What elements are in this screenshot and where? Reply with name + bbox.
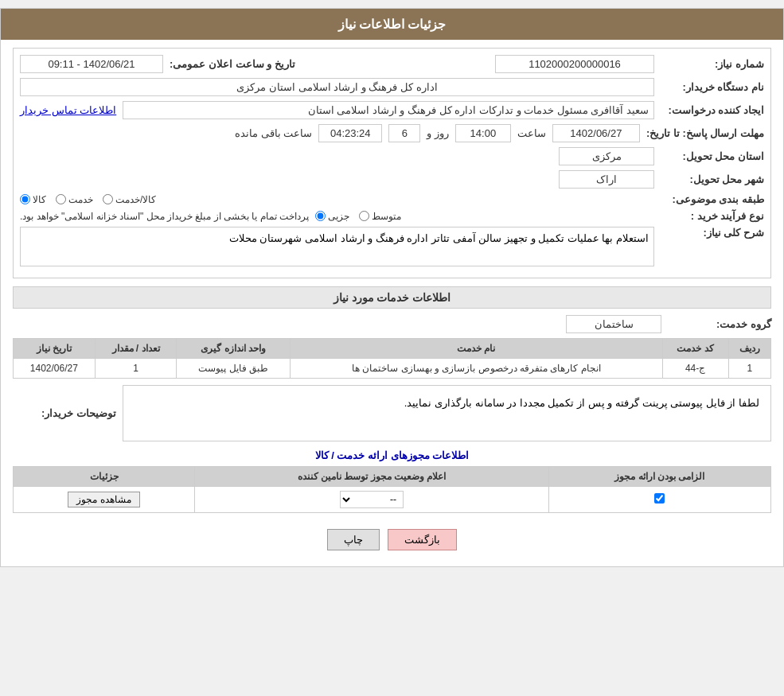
kala-khedmat-radio[interactable] [103,194,113,204]
tarikh-value: 1402/06/21 - 09:11 [20,55,163,73]
col-kod: کد خدمت [662,339,728,359]
tabaqe-label: طبقه بندی موضوعی: [661,193,764,205]
kala-radio[interactable] [20,194,30,204]
back-button[interactable]: بازگشت [388,529,457,550]
saat-label: ساعت [517,127,546,139]
page-title: جزئیات اطلاعات نیاز [1,9,783,40]
mottavasset-label: متوسط [372,211,401,222]
eelam-select[interactable]: -- [340,491,404,508]
sharh-label: شرح کلی نیاز: [661,227,764,239]
shahr-label: شهر محل تحویل: [661,173,764,185]
cell-nam: انجام کارهای متفرقه درخصوص بازسازی و بهس… [290,359,662,379]
contact-link[interactable]: اطلاعات تماس خریدار [20,104,116,116]
tarikh-label: تاریخ و ساعت اعلان عمومی: [170,58,295,70]
col-vahed: واحد اندازه گیری [177,339,291,359]
mottavasset-radio[interactable] [359,211,369,221]
mohlat-date: 1402/06/27 [552,124,640,142]
view-license-button[interactable]: مشاهده مجوز [68,492,139,507]
mohlat-roz: 6 [388,124,420,142]
kala-label: کالا [33,194,46,205]
ijad-label: ایجاد کننده درخواست: [661,104,764,116]
elzami-checkbox[interactable] [654,493,665,504]
cell-radif: 1 [728,359,770,379]
services-section-title: اطلاعات خدمات مورد نیاز [13,286,771,309]
lic-col-elzami: الزامی بودن ارائه مجوز [548,467,770,487]
kala-khedmat-label: کالا/خدمت [115,194,156,205]
print-button[interactable]: چاپ [327,529,380,550]
nam-dastgah-label: نام دستگاه خریدار: [661,81,764,93]
list-item: -- مشاهده مجوز [14,487,771,513]
licenses-table: الزامی بودن ارائه مجوز اعلام وضعیت مجوز … [13,466,771,513]
nav-radio-group: متوسط جزیی [315,211,654,222]
cell-tedad: 1 [95,359,177,379]
license-title: اطلاعات مجوزهای ارائه خدمت / کالا [13,449,771,461]
group-label: گروه خدمت: [668,318,771,330]
mohlat-label: مهلت ارسال پاسخ: تا تاریخ: [646,127,764,139]
cell-vahed: طبق فایل پیوست [177,359,291,379]
ostan-label: استان محل تحویل: [661,150,764,162]
remaining-label: ساعت باقی مانده [235,127,312,139]
shomara-value: 1102000200000016 [495,55,654,73]
col-tarikh: تاریخ نیاز [14,339,96,359]
col-radif: ردیف [728,339,770,359]
lic-col-joziyat: جزئیات [14,467,195,487]
mohlat-time: 04:23:24 [318,124,382,142]
roz-label: روز و [427,127,449,139]
buyer-desc-textarea[interactable] [130,392,764,432]
ijad-value: سعید آقاافری مسئول خدمات و تدارکات اداره… [123,101,654,119]
lic-cell-joziyat: مشاهده مجوز [14,487,195,513]
col-tedad: تعداد / مقدار [95,339,177,359]
button-group: بازگشت چاپ [13,521,771,558]
khedmat-label: خدمت [68,194,93,205]
mohlat-saat: 14:00 [455,124,511,142]
jozii-label: جزیی [328,211,349,222]
nav-desc: پرداخت تمام یا بخشی از مبلغ خریداز محل "… [20,211,309,222]
tabaqe-radio-group: کالا/خدمت خدمت کالا [20,194,654,205]
nav-farayand-label: نوع فرآیند خرید : [661,210,764,222]
cell-kod: ج-44 [662,359,728,379]
buyer-desc-label: توضیحات خریدار: [13,407,116,419]
shomara-label: شماره نیاز: [661,58,764,70]
services-table: ردیف کد خدمت نام خدمت واحد اندازه گیری ت… [13,338,771,379]
group-value: ساختمان [566,315,661,333]
cell-tarikh: 1402/06/27 [14,359,96,379]
sharh-textarea[interactable] [20,227,654,266]
shahr-value: اراک [559,170,654,189]
khedmat-radio[interactable] [56,194,66,204]
lic-cell-elzami [548,487,770,513]
table-row: 1 ج-44 انجام کارهای متفرقه درخصوص بازساز… [14,359,771,379]
ostan-value: مرکزی [559,147,654,165]
nam-dastgah-value: اداره کل فرهنگ و ارشاد اسلامی استان مرکز… [20,78,654,96]
jozii-radio[interactable] [315,211,326,221]
lic-col-eelam: اعلام وضعیت مجوز توسط نامین کننده [195,467,549,487]
col-nam: نام خدمت [290,339,662,359]
lic-cell-eelam: -- [195,487,549,513]
